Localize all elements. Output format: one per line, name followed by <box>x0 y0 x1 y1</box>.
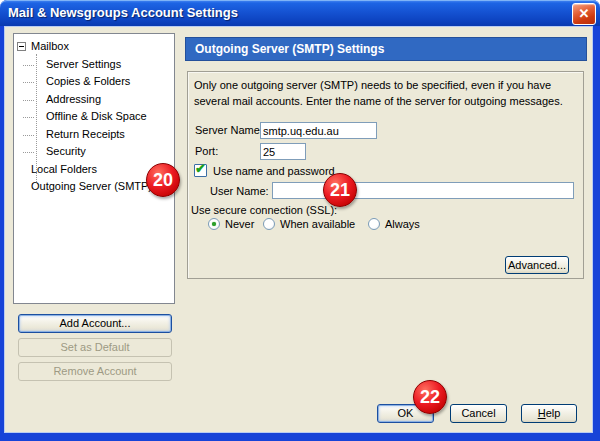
ssl-radio-never-label[interactable]: Never <box>225 217 254 232</box>
tree-item-label: Offline & Disk Space <box>46 110 147 122</box>
cancel-button[interactable]: Cancel <box>450 404 507 423</box>
help-button-label: Help <box>522 405 576 421</box>
tree-item-mailbox[interactable]: Mailbox <box>14 38 174 56</box>
ssl-radio-always-label[interactable]: Always <box>385 217 420 232</box>
add-account-button[interactable]: Add Account... <box>18 314 172 333</box>
set-as-default-button: Set as Default <box>18 338 172 357</box>
annotation-badge-22: 22 <box>413 380 447 414</box>
ssl-radio-always[interactable] <box>368 218 380 230</box>
tree-item-return-receipts[interactable]: Return Receipts <box>14 126 174 144</box>
annotation-badge-20: 20 <box>146 163 180 197</box>
tree-item-label: Addressing <box>46 93 101 105</box>
ssl-radio-when-available-label[interactable]: When available <box>280 217 355 232</box>
port-input[interactable] <box>260 143 306 160</box>
tree-item-label: Local Folders <box>31 163 97 175</box>
tree-item-label: Mailbox <box>31 40 69 52</box>
smtp-settings-groupbox: Only one outgoing server (SMTP) needs to… <box>187 71 584 279</box>
checkmark-icon: ✔ <box>195 162 206 176</box>
tree-item-server-settings[interactable]: Server Settings <box>14 56 174 74</box>
tree-item-offline-disk-space[interactable]: Offline & Disk Space <box>14 108 174 126</box>
ssl-label: Use secure connection (SSL): <box>191 203 337 218</box>
remove-account-button: Remove Account <box>18 362 172 381</box>
smtp-description: Only one outgoing server (SMTP) needs to… <box>194 78 580 109</box>
tree-item-label: Copies & Folders <box>46 75 130 87</box>
advanced-button[interactable]: Advanced... <box>505 256 569 274</box>
tree-item-addressing[interactable]: Addressing <box>14 91 174 109</box>
port-label: Port: <box>195 144 218 159</box>
server-name-input[interactable] <box>260 122 377 139</box>
account-settings-dialog: Mail & Newsgroups Account Settings ✕ Mai… <box>0 0 600 441</box>
titlebar[interactable]: Mail & Newsgroups Account Settings ✕ <box>0 0 600 26</box>
ssl-radio-when-available[interactable] <box>263 218 275 230</box>
annotation-badge-21: 21 <box>323 173 357 207</box>
pane-header: Outgoing Server (SMTP) Settings <box>185 37 587 61</box>
server-name-label: Server Name: <box>195 123 263 138</box>
tree-item-label: Return Receipts <box>46 128 125 140</box>
use-auth-checkbox[interactable]: ✔ <box>194 164 207 177</box>
user-name-label: User Name: <box>210 184 269 199</box>
window-title: Mail & Newsgroups Account Settings <box>8 0 238 26</box>
tree-item-label: Outgoing Server (SMTP) <box>31 180 152 192</box>
use-auth-label[interactable]: Use name and password <box>213 164 335 179</box>
close-icon[interactable]: ✕ <box>572 3 596 25</box>
tree-item-label: Security <box>46 145 86 157</box>
help-button[interactable]: Help <box>521 404 577 423</box>
tree-item-security[interactable]: Security <box>14 143 174 161</box>
user-name-input[interactable] <box>272 182 574 199</box>
tree-expander-icon[interactable] <box>17 42 26 51</box>
ssl-radio-never[interactable] <box>208 218 220 230</box>
tree-item-label: Server Settings <box>46 58 121 70</box>
tree-item-copies-folders[interactable]: Copies & Folders <box>14 73 174 91</box>
